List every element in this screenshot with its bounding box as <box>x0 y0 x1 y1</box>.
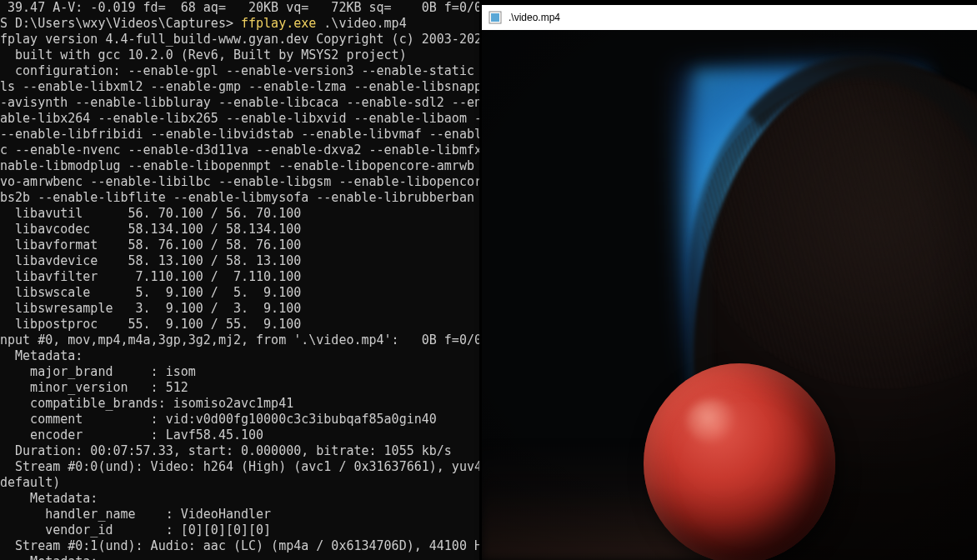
video-player-window[interactable]: .\video.mp4 <box>482 5 977 560</box>
player-title-text: .\video.mp4 <box>509 12 560 23</box>
terminal-line: libavformat 58. 76.100 / 58. 76.100 <box>0 238 479 253</box>
terminal-line: c --enable-nvenc --enable-d3d11va --enab… <box>0 142 479 158</box>
terminal-line: comment : vid:v0d00fg10000c3c3ibubqaf85a… <box>0 412 479 428</box>
terminal-line: Duration: 00:07:57.33, start: 0.000000, … <box>0 443 479 459</box>
terminal-line: libswscale 5. 9.100 / 5. 9.100 <box>0 285 479 301</box>
terminal-line: Stream #0:0(und): Video: h264 (High) (av… <box>0 459 479 475</box>
terminal-line: libavfilter 7.110.100 / 7.110.100 <box>0 269 479 285</box>
terminal-line: libswresample 3. 9.100 / 3. 9.100 <box>0 301 479 317</box>
terminal-line: vendor_id : [0][0][0][0] <box>0 522 479 538</box>
terminal-line: -avisynth --enable-libbluray --enable-li… <box>0 95 479 111</box>
video-frame[interactable] <box>482 30 977 560</box>
terminal-line: default) <box>0 475 479 491</box>
terminal-line: minor_version : 512 <box>0 380 479 396</box>
terminal-line: --enable-libfribidi --enable-libvidstab … <box>0 127 479 142</box>
terminal-line: nable-libmodplug --enable-libopenmpt --e… <box>0 158 479 174</box>
terminal-line: vo-amrwbenc --enable-libilbc --enable-li… <box>0 174 479 190</box>
terminal-line: Metadata: <box>0 348 479 364</box>
app-icon <box>488 11 502 24</box>
terminal-line: Stream #0:1(und): Audio: aac (LC) (mp4a … <box>0 538 479 554</box>
command-highlight: ffplay.exe <box>241 16 316 31</box>
terminal-line: libavcodec 58.134.100 / 58.134.100 <box>0 222 479 238</box>
player-titlebar[interactable]: .\video.mp4 <box>482 5 977 30</box>
terminal-line: nput #0, mov,mp4,m4a,3gp,3g2,mj2, from '… <box>0 332 479 348</box>
terminal-line: Metadata: <box>0 491 479 507</box>
terminal-line: built with gcc 10.2.0 (Rev6, Built by MS… <box>0 48 479 63</box>
terminal-line: S D:\Users\wxy\Videos\Captures> ffplay.e… <box>0 16 479 32</box>
svg-rect-1 <box>491 13 499 22</box>
terminal-line: ls --enable-libxml2 --enable-gmp --enabl… <box>0 79 479 95</box>
terminal-line: 39.47 A-V: -0.019 fd= 68 aq= 20KB vq= 72… <box>0 0 479 16</box>
terminal-line: configuration: --enable-gpl --enable-ver… <box>0 63 479 79</box>
terminal-line: libavdevice 58. 13.100 / 58. 13.100 <box>0 253 479 269</box>
terminal-line: able-libx264 --enable-libx265 --enable-l… <box>0 111 479 127</box>
terminal-line: major_brand : isom <box>0 364 479 380</box>
terminal-line: bs2b --enable-libflite --enable-libmysof… <box>0 190 479 206</box>
terminal-line: compatible_brands: isomiso2avc1mp41 <box>0 396 479 412</box>
terminal-line: Metadata: <box>0 554 479 560</box>
terminal-line: encoder : Lavf58.45.100 <box>0 428 479 443</box>
terminal-line: libpostproc 55. 9.100 / 55. 9.100 <box>0 317 479 332</box>
terminal-output[interactable]: 39.47 A-V: -0.019 fd= 68 aq= 20KB vq= 72… <box>0 0 479 560</box>
terminal-line: fplay version 4.4-full_build-www.gyan.de… <box>0 32 479 48</box>
terminal-line: libavutil 56. 70.100 / 56. 70.100 <box>0 206 479 222</box>
terminal-line: handler_name : VideoHandler <box>0 507 479 522</box>
